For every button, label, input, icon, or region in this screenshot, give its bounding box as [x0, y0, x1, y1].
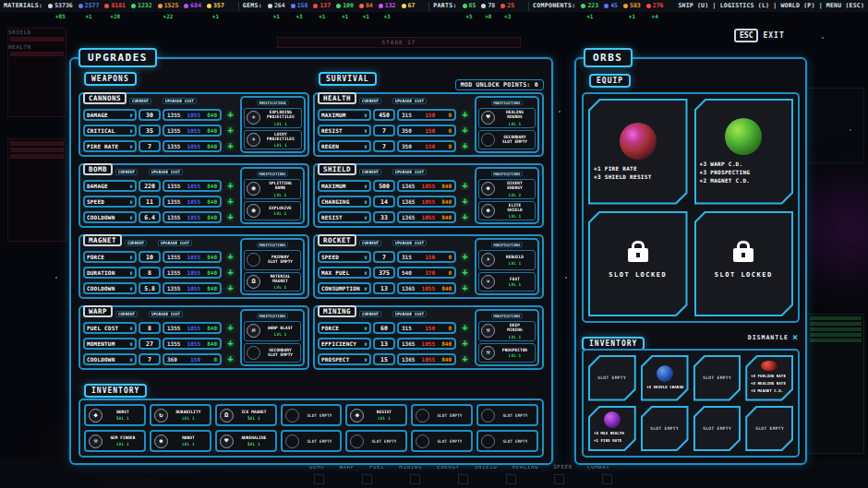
stat-dropdown-consumption[interactable]: CONSUMPTION∨	[318, 282, 371, 294]
stat-upgrade-cost: 3501500	[397, 140, 456, 152]
inventory-item-gem-finder[interactable]: ⚒GEM FINDERLVL 1	[84, 430, 146, 452]
mod-slot-material-magnet[interactable]: ΩMATERIAL MAGNETLVL 1	[244, 272, 301, 292]
orb-inventory-slot-empty[interactable]: SLOT EMPTY	[693, 355, 741, 401]
upgrade-plus-button[interactable]: +	[223, 353, 237, 365]
stat-dropdown-cooldown[interactable]: COOLDOWN∨	[83, 282, 137, 294]
orb-equip-slot-locked[interactable]: SLOT LOCKED	[588, 211, 688, 317]
stat-dropdown-charging[interactable]: CHARGING∨	[318, 196, 371, 208]
upgrade-plus-button[interactable]: +	[223, 267, 237, 279]
mod-slot-fast[interactable]: ✈FASTLVL 1	[478, 272, 536, 292]
mod-slot-empty[interactable]: SECONDARY SLOT EMPTY	[478, 130, 536, 150]
parts-group: PARTS: 85+578+825+3	[433, 0, 517, 20]
upgrade-plus-button[interactable]: +	[223, 109, 237, 121]
stat-dropdown-fire-rate[interactable]: FIRE RATE∨	[83, 140, 137, 152]
upgrade-plus-button[interactable]: +	[223, 125, 237, 137]
inventory-slot-empty[interactable]: SLOT EMPTY	[411, 430, 473, 452]
orb-equip-slot-locked[interactable]: SLOT LOCKED	[694, 211, 794, 317]
mod-slot-exploding-projectiles[interactable]: ✈EXPLODING PROJECTILESLVL 1	[244, 108, 302, 128]
stat-current-value: 27	[139, 338, 161, 350]
inventory-slot-empty[interactable]: SLOT EMPTY	[476, 404, 538, 426]
orb-inventory-slot-empty[interactable]: SLOT EMPTY	[588, 355, 636, 401]
material-item: 2577+1	[78, 0, 100, 20]
upgrade-plus-button[interactable]: +	[223, 196, 237, 208]
orb-inventory-slot[interactable]: +3 SHIELD CHARGE	[641, 355, 689, 401]
stat-dropdown-force[interactable]: FORCE∨	[318, 322, 371, 334]
inventory-item-ice-magnet[interactable]: ΩICE MAGNET★ LVL 1	[215, 404, 277, 426]
mod-slot-elite-shield[interactable]: ◆ELITE SHIELDLVL 1	[478, 201, 536, 221]
stat-dropdown-resist[interactable]: RESIST∨	[318, 211, 371, 223]
mod-slot-prospector[interactable]: ⚒PROSPECTORLVL 1	[478, 343, 536, 363]
part-icon	[463, 4, 467, 8]
inventory-slot-empty[interactable]: SLOT EMPTY	[411, 404, 473, 426]
mod-slot-empty[interactable]: SECONDARY SLOT EMPTY	[244, 343, 301, 363]
inventory-slot-empty[interactable]: SLOT EMPTY	[476, 430, 538, 452]
stat-dropdown-prospect[interactable]: PROSPECT∨	[318, 353, 371, 365]
upgrade-plus-button[interactable]: +	[223, 338, 237, 350]
inventory-item-robot[interactable]: ◆ROBOTLVL 1	[150, 430, 211, 452]
stat-dropdown-critical[interactable]: CRITICAL∨	[83, 125, 137, 137]
stat-dropdown-max-fuel[interactable]: MAX FUEL∨	[318, 267, 371, 279]
mod-slot-divert-energy[interactable]: ◆DIVERT ENERGYLVL 2	[478, 179, 536, 199]
upgrade-plus-button[interactable]: +	[458, 353, 472, 365]
inventory-slot-empty[interactable]: SLOT EMPTY	[281, 404, 343, 426]
mod-name: ELITE SHIELD	[501, 203, 528, 211]
inventory-item-adrenaline[interactable]: ♥ADRENALINE★ LVL 1	[215, 430, 277, 452]
upgrade-plus-button[interactable]: +	[458, 322, 472, 334]
stat-dropdown-force[interactable]: FORCE∨	[83, 251, 137, 263]
stat-dropdown-maximum[interactable]: MAXIMUM∨	[318, 180, 371, 192]
orb-inventory-slot-empty[interactable]: SLOT EMPTY	[745, 406, 793, 452]
stat-dropdown-duration[interactable]: DURATION∨	[83, 267, 137, 279]
exit-button[interactable]: ESC EXIT	[734, 29, 785, 42]
stat-dropdown-regen[interactable]: REGEN∨	[318, 140, 371, 152]
cost-value: 840	[207, 198, 217, 205]
inventory-item-durability[interactable]: ↻DURABILITYLVL 1	[150, 404, 211, 426]
upgrade-plus-button[interactable]: +	[223, 211, 237, 223]
upgrade-plus-button[interactable]: +	[458, 267, 472, 279]
stat-dropdown-maximum[interactable]: MAXIMUM∨	[318, 109, 371, 121]
orb-inventory-slot[interactable]: +3 MAX HEALTH+1 FIRE RATE	[588, 406, 636, 452]
mod-slot-explosive[interactable]: ◉EXPLOSIVELVL 1	[244, 201, 301, 221]
stat-dropdown-momentum[interactable]: MOMENTUM∨	[83, 338, 137, 350]
stat-dropdown-damage[interactable]: DAMAGE∨	[83, 109, 137, 121]
inventory-slot-empty[interactable]: SLOT EMPTY	[281, 430, 343, 452]
upgrade-plus-button[interactable]: +	[223, 322, 237, 334]
mod-slot-warp-blast[interactable]: ⇌WARP BLASTLVL 1	[244, 321, 301, 341]
stat-dropdown-resist[interactable]: RESIST∨	[318, 125, 371, 137]
upgrade-plus-button[interactable]: +	[458, 282, 472, 294]
upgrade-plus-button[interactable]: +	[458, 211, 472, 223]
stat-dropdown-efficiency[interactable]: EFFICIENCY∨	[318, 338, 371, 350]
stat-dropdown-cooldown[interactable]: COOLDOWN∨	[83, 353, 137, 365]
mod-slot-splitting-bomb[interactable]: ◉SPLITTING BOMBLVL 1	[244, 179, 301, 199]
orb-inventory-slot[interactable]: +3 FUELING RATE+3 HEALING RATE+3 MAGNET …	[745, 355, 793, 401]
upgrade-plus-button[interactable]: +	[458, 140, 472, 152]
upgrade-plus-button[interactable]: +	[223, 251, 237, 263]
inventory-item-resist[interactable]: ◆RESISTLVL 1	[345, 404, 407, 426]
orb-inventory-slot-empty[interactable]: SLOT EMPTY	[641, 406, 689, 452]
orb-inventory-slot-empty[interactable]: SLOT EMPTY	[693, 406, 741, 452]
stat-dropdown-speed[interactable]: SPEED∨	[318, 251, 371, 263]
upgrade-plus-button[interactable]: +	[223, 140, 237, 152]
menu-links[interactable]: SHIP (U) | LOGISTICS (L) | WORLD (P) | M…	[678, 0, 864, 12]
stat-dropdown-cooldown[interactable]: COOLDOWN∨	[83, 211, 137, 223]
upgrade-plus-button[interactable]: +	[458, 109, 472, 121]
upgrade-plus-button[interactable]: +	[458, 338, 472, 350]
inventory-slot-empty[interactable]: SLOT EMPTY	[345, 430, 407, 452]
mod-slot-deep-mining[interactable]: ⚒DEEP MININGLVL 1	[478, 321, 536, 341]
mod-slot-rebuild[interactable]: ✈REBUILDLVL 1	[478, 250, 536, 270]
dismantle-button[interactable]: DISMANTLE ×	[748, 333, 798, 342]
mod-slot-healing-rounds[interactable]: ♥HEALING ROUNDSLVL 1	[478, 108, 536, 128]
upgrade-plus-button[interactable]: +	[458, 125, 472, 137]
stat-dropdown-speed[interactable]: SPEED∨	[83, 196, 137, 208]
upgrade-plus-button[interactable]: +	[223, 180, 237, 192]
upgrade-plus-button[interactable]: +	[458, 251, 472, 263]
stat-dropdown-damage[interactable]: DAMAGE∨	[83, 180, 137, 192]
inventory-item-burst[interactable]: ◆BURST★ LVL 1	[84, 404, 146, 426]
orb-equip-slot[interactable]: +1 FIRE RATE+3 SHIELD RESIST	[588, 99, 688, 205]
stat-dropdown-fuel-cost[interactable]: FUEL COST∨	[83, 322, 137, 334]
upgrade-plus-button[interactable]: +	[458, 180, 472, 192]
upgrade-plus-button[interactable]: +	[458, 196, 472, 208]
orb-equip-slot[interactable]: +3 WARP C.D.+3 PROSPECTING+2 MAGNET C.D.	[694, 99, 794, 205]
upgrade-plus-button[interactable]: +	[223, 282, 237, 294]
mod-slot-empty[interactable]: PRIMARY SLOT EMPTY	[244, 250, 301, 270]
mod-slot-lucky-projectiles[interactable]: ✈LUCKY PROJECTILESLVL 1	[244, 130, 302, 150]
